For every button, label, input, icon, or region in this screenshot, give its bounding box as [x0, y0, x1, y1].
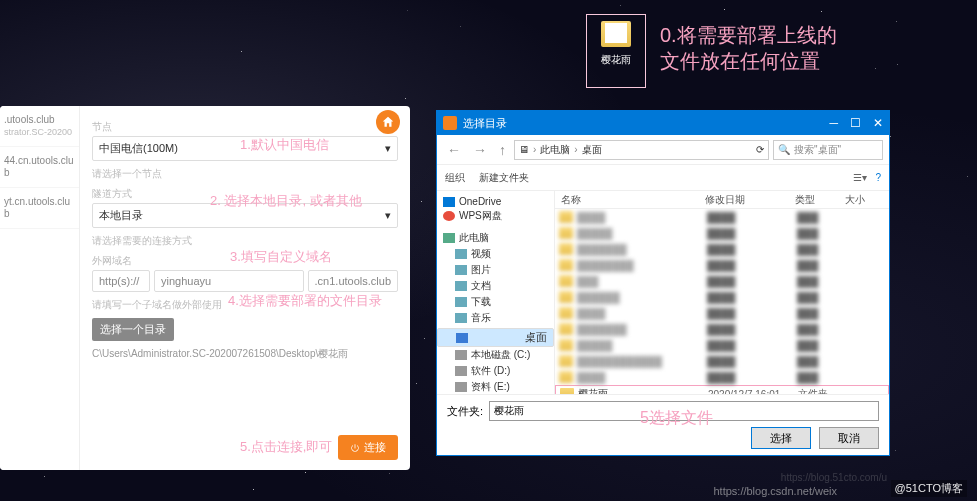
chevron-right-icon: ›	[533, 144, 536, 155]
crumb-desktop[interactable]: 桌面	[582, 143, 602, 157]
chevron-right-icon: ›	[574, 144, 577, 155]
panel-sidebar: .utools.club strator.SC-20200 44.cn.utoo…	[0, 106, 80, 470]
minimize-button[interactable]: ─	[829, 116, 838, 130]
select-mode-value: 本地目录	[99, 208, 143, 223]
list-item[interactable]: ██████████	[555, 273, 889, 289]
list-items: ███████████ ████████████ ██████████████ …	[555, 209, 889, 394]
folder-icon	[559, 259, 573, 271]
chevron-down-icon: ▾	[385, 142, 391, 155]
breadcrumb[interactable]: 🖥 › 此电脑 › 桌面 ⟳	[514, 140, 769, 160]
folder-icon	[559, 323, 573, 335]
chevron-down-icon: ▾	[385, 209, 391, 222]
sidebar-item[interactable]: 44.cn.utools.club	[0, 147, 79, 188]
list-item[interactable]: ███████████	[555, 209, 889, 225]
watermark-cto: @51CTO博客	[891, 480, 967, 497]
dialog-title: 选择目录	[463, 116, 507, 131]
annotation-5b: 5选择文件	[640, 408, 713, 429]
select-button[interactable]: 选择	[751, 427, 811, 449]
close-button[interactable]: ✕	[873, 116, 883, 130]
list-item[interactable]: ███████████	[555, 369, 889, 385]
desktop-icon	[456, 333, 468, 343]
annotation-3: 3.填写自定义域名	[230, 248, 332, 266]
tree-music[interactable]: 音乐	[437, 310, 554, 326]
col-name[interactable]: 名称	[555, 193, 705, 207]
col-date[interactable]: 修改日期	[705, 193, 795, 207]
tree-video[interactable]: 视频	[437, 246, 554, 262]
tree-datae[interactable]: 资料 (E:)	[437, 379, 554, 394]
search-input[interactable]: 🔍 搜索"桌面"	[773, 140, 883, 160]
drive-icon	[455, 382, 467, 392]
tree-thispc[interactable]: 此电脑	[437, 230, 554, 246]
col-size[interactable]: 大小	[845, 193, 885, 207]
tree-downloads[interactable]: 下载	[437, 294, 554, 310]
domain-suffix: .cn1.utools.club	[308, 270, 398, 292]
cancel-button[interactable]: 取消	[819, 427, 879, 449]
sidebar-item[interactable]: .utools.club strator.SC-20200	[0, 106, 79, 147]
nav-row: ← → ↑ 🖥 › 此电脑 › 桌面 ⟳ 🔍 搜索"桌面"	[437, 135, 889, 165]
forward-button[interactable]: →	[469, 142, 491, 158]
list-item[interactable]: █████████████	[555, 289, 889, 305]
app-icon	[443, 116, 457, 130]
col-type[interactable]: 类型	[795, 193, 845, 207]
list-item[interactable]: ███████████████	[555, 257, 889, 273]
folder-icon	[559, 227, 573, 239]
pc-icon	[443, 233, 455, 243]
home-button[interactable]	[376, 110, 400, 134]
list-item[interactable]: ██████████████	[555, 241, 889, 257]
folder-icon	[559, 371, 573, 383]
item-type: 文件夹	[798, 387, 848, 394]
folder-tree: OneDrive WPS网盘 此电脑 视频 图片 文档 下载 音乐 桌面 本地磁…	[437, 191, 555, 394]
folder-icon	[559, 243, 573, 255]
tree-softd[interactable]: 软件 (D:)	[437, 363, 554, 379]
tree-desktop[interactable]: 桌面	[437, 328, 554, 347]
help-icon[interactable]: ?	[875, 172, 881, 183]
tool-row: 组织 新建文件夹 ☰▾ ?	[437, 165, 889, 191]
list-item-selected[interactable]: 樱花雨 2020/12/7 16:01 文件夹	[555, 385, 889, 394]
cloud-icon	[443, 197, 455, 207]
organize-menu[interactable]: 组织	[445, 171, 465, 185]
maximize-button[interactable]: ☐	[850, 116, 861, 130]
connect-button[interactable]: 连接	[338, 435, 398, 460]
selected-path: C\Users\Administrator.SC-202007261508\De…	[92, 347, 398, 361]
back-button[interactable]: ←	[443, 142, 465, 158]
tree-documents[interactable]: 文档	[437, 278, 554, 294]
sidebar-item[interactable]: yt.cn.utools.club	[0, 188, 79, 229]
view-icon[interactable]: ☰▾	[853, 172, 867, 183]
list-item[interactable]: ████████████	[555, 225, 889, 241]
refresh-icon[interactable]: ⟳	[756, 144, 764, 155]
desktop-folder-box: 樱花雨	[586, 14, 646, 88]
panel-main: 节点 中国电信(100M) ▾ 1.默认中国电信 请选择一个节点 隧道方式 本地…	[80, 106, 410, 470]
up-button[interactable]: ↑	[495, 142, 510, 158]
new-folder-button[interactable]: 新建文件夹	[479, 171, 529, 185]
drive-icon	[455, 350, 467, 360]
annotation-2: 2. 选择本地目录, 或者其他	[210, 192, 362, 210]
list-item[interactable]: ████████████	[555, 337, 889, 353]
folder-icon	[559, 307, 573, 319]
power-icon	[350, 443, 360, 453]
file-list: 名称 修改日期 类型 大小 ███████████ ████████████ █…	[555, 191, 889, 394]
drive-icon	[455, 366, 467, 376]
tree-pictures[interactable]: 图片	[437, 262, 554, 278]
folder-icon	[559, 291, 573, 303]
select-node-value: 中国电信(100M)	[99, 141, 178, 156]
list-item[interactable]: ██████████████	[555, 321, 889, 337]
video-icon	[455, 249, 467, 259]
list-item[interactable]: ███████████████████	[555, 353, 889, 369]
crumb-pc[interactable]: 此电脑	[540, 143, 570, 157]
tree-onedrive[interactable]: OneDrive	[437, 195, 554, 208]
folder-icon	[559, 355, 573, 367]
search-icon: 🔍	[778, 144, 790, 155]
item-name: 樱花雨	[578, 387, 708, 394]
dialog-titlebar: 选择目录 ─ ☐ ✕	[437, 111, 889, 135]
choose-dir-button[interactable]: 选择一个目录	[92, 318, 174, 341]
music-icon	[455, 313, 467, 323]
watermark-csdn: https://blog.csdn.net/weix	[713, 485, 837, 497]
domain-input[interactable]: yinghuayu	[154, 270, 304, 292]
folder-icon	[560, 388, 574, 394]
folder-icon[interactable]	[601, 21, 631, 47]
tree-wps[interactable]: WPS网盘	[437, 208, 554, 224]
list-header: 名称 修改日期 类型 大小	[555, 191, 889, 209]
list-item[interactable]: ███████████	[555, 305, 889, 321]
tree-localc[interactable]: 本地磁盘 (C:)	[437, 347, 554, 363]
watermark-faint: https://blog.51cto.com/u	[781, 472, 887, 483]
